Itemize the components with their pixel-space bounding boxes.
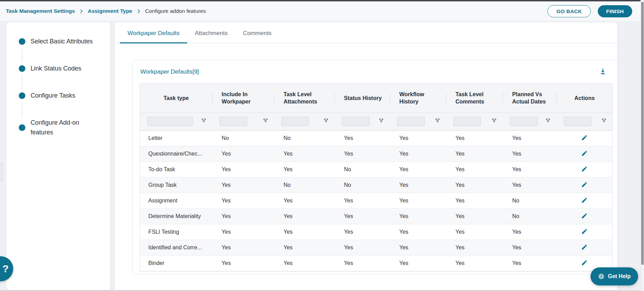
value-cell: Yes	[503, 255, 556, 271]
table-row: Group TaskYesNoNoYesYesYes	[140, 177, 612, 193]
table-title: Workpaper Defaults[9]	[140, 68, 199, 75]
go-back-button[interactable]: GO BACK	[547, 5, 591, 17]
task-type-cell: Group Task	[140, 177, 212, 193]
value-cell: Yes	[274, 146, 335, 161]
filter-input[interactable]	[397, 117, 425, 126]
table-row: To-do TaskYesYesNoYesYesYes	[140, 161, 612, 177]
stepper-step[interactable]: Link Status Codes	[19, 64, 101, 74]
column-header: Actions	[556, 84, 612, 113]
funnel-filter-icon	[323, 118, 329, 125]
finish-button[interactable]: FINISH	[598, 5, 632, 17]
edit-button[interactable]	[580, 258, 589, 268]
filter-button[interactable]	[322, 117, 330, 125]
filter-input[interactable]	[281, 117, 309, 126]
tab-comments[interactable]: Comments	[235, 24, 279, 43]
pencil-edit-icon	[581, 166, 588, 173]
stepper-step[interactable]: Select Basic Attributes	[19, 37, 101, 47]
filter-button[interactable]	[490, 117, 498, 125]
value-cell: Yes	[335, 224, 390, 240]
table-header-row: Task typeInclude In WorkpaperTask Level …	[140, 84, 612, 113]
filter-input[interactable]	[510, 117, 538, 126]
value-cell: Yes	[390, 208, 446, 224]
task-type-cell: FSLI Testing	[140, 224, 212, 240]
edit-button[interactable]	[580, 242, 589, 253]
edit-button[interactable]	[580, 211, 589, 222]
value-cell: Yes	[212, 193, 274, 208]
step-circle-icon	[19, 65, 25, 72]
tab-workpaper-defaults[interactable]: Workpaper Defaults	[120, 24, 187, 43]
edit-button[interactable]	[580, 149, 589, 159]
table-row: BinderYesYesYesYesYesYes	[140, 255, 612, 271]
value-cell: No	[335, 177, 390, 193]
value-cell: Yes	[212, 224, 274, 240]
filter-button[interactable]	[544, 117, 552, 125]
value-cell: Yes	[335, 146, 390, 161]
column-header: Include In Workpaper	[212, 84, 274, 113]
value-cell: Yes	[503, 161, 556, 177]
funnel-filter-icon	[545, 118, 551, 125]
filter-button[interactable]	[600, 117, 608, 125]
value-cell: Yes	[390, 255, 446, 271]
value-cell: No	[335, 161, 390, 177]
value-cell: Yes	[335, 240, 390, 255]
step-circle-icon	[19, 38, 25, 45]
funnel-filter-icon	[201, 118, 207, 125]
edit-button[interactable]	[580, 133, 589, 143]
task-type-cell: To-do Task	[140, 161, 212, 177]
edit-button[interactable]	[580, 196, 589, 206]
globe-icon	[598, 273, 605, 280]
value-cell: Yes	[274, 255, 335, 271]
filter-button[interactable]	[434, 117, 441, 125]
value-cell: Yes	[274, 161, 335, 177]
value-cell: Yes	[212, 240, 274, 255]
breadcrumb-item[interactable]: Task Management Settings	[6, 8, 75, 14]
filter-button[interactable]	[378, 117, 385, 125]
task-type-cell: Questionnaire/Chec...	[140, 146, 212, 161]
page-scrollbar-thumb[interactable]	[641, 2, 644, 265]
table-row: AssignmentYesYesYesYesYesNo	[140, 193, 612, 208]
stepper-step[interactable]: Configure Add-on features	[19, 118, 101, 138]
actions-cell	[556, 146, 612, 161]
value-cell: Yes	[446, 255, 503, 271]
download-icon	[599, 67, 607, 76]
value-cell: Yes	[390, 161, 446, 177]
value-cell: No	[212, 130, 274, 146]
funnel-filter-icon	[263, 118, 269, 125]
value-cell: Yes	[446, 208, 503, 224]
stepper-step[interactable]: Configure Tasks	[19, 91, 101, 101]
edit-button[interactable]	[580, 164, 589, 175]
table-row: Questionnaire/Chec...YesYesYesYesYesYes	[140, 146, 612, 161]
filter-input[interactable]	[564, 117, 592, 126]
get-help-button[interactable]: Get Help	[591, 267, 638, 285]
filter-input[interactable]	[220, 117, 247, 126]
task-type-cell: Letter	[140, 130, 212, 146]
filter-cell	[446, 113, 503, 130]
filter-input[interactable]	[453, 117, 481, 126]
column-header: Workflow History	[390, 84, 446, 113]
filter-button[interactable]	[262, 117, 269, 125]
export-button[interactable]	[597, 66, 608, 78]
value-cell: Yes	[335, 193, 390, 208]
actions-cell	[556, 161, 612, 177]
pencil-edit-icon	[581, 213, 588, 220]
funnel-filter-icon	[435, 118, 440, 125]
filter-input[interactable]	[342, 117, 370, 126]
value-cell: Yes	[390, 177, 446, 193]
funnel-filter-icon	[378, 118, 384, 125]
breadcrumb-item[interactable]: Assignment Type	[88, 8, 132, 14]
actions-cell	[556, 193, 612, 208]
edit-button[interactable]	[580, 227, 589, 237]
filter-cell	[556, 113, 612, 130]
value-cell: Yes	[446, 177, 503, 193]
value-cell: Yes	[446, 193, 503, 208]
tab-attachments[interactable]: Attachments	[187, 24, 236, 43]
step-label: Link Status Codes	[31, 64, 81, 74]
filter-input[interactable]	[147, 117, 193, 126]
filter-button[interactable]	[200, 117, 207, 125]
edit-button[interactable]	[580, 180, 589, 190]
value-cell: Yes	[335, 255, 390, 271]
drawer-handle[interactable]	[0, 162, 2, 181]
column-header: Task type	[140, 84, 212, 113]
task-type-cell: Identified and Corre...	[140, 240, 212, 255]
table-row: LetterNoNoYesYesYesYes	[140, 130, 612, 146]
